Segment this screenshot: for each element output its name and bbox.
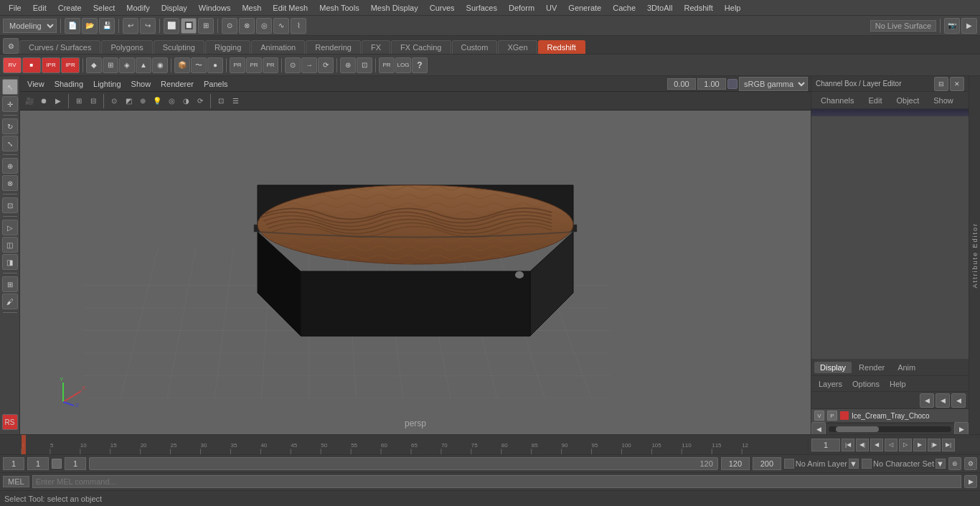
vp-grid-icon[interactable]: ⊞ bbox=[72, 95, 85, 108]
soft-sel-btn[interactable]: ◎ bbox=[256, 18, 272, 34]
vp-manip-icon[interactable]: ⊡ bbox=[215, 95, 227, 108]
dp-render[interactable]: Render bbox=[853, 362, 890, 373]
rs-shape1[interactable]: ◆ bbox=[86, 57, 102, 73]
select-obj-btn[interactable]: 🔲 bbox=[181, 18, 197, 34]
lasso-btn[interactable]: ⊙ bbox=[222, 18, 237, 34]
rs-out1[interactable]: ⊛ bbox=[340, 57, 356, 73]
vp-play-icon[interactable]: ▶ bbox=[52, 95, 65, 108]
current-frame-input[interactable] bbox=[811, 439, 840, 451]
3d-viewport[interactable]: X Y Z persp bbox=[20, 111, 811, 434]
move-tool-btn[interactable]: ✛ bbox=[2, 96, 18, 112]
render-btn[interactable]: ▷ bbox=[2, 220, 18, 235]
char-set-expand[interactable]: ▼ bbox=[936, 459, 946, 469]
ly-options[interactable]: Options bbox=[848, 379, 884, 389]
attribute-editor-tab[interactable]: Attribute Editor bbox=[969, 76, 980, 434]
rs-pr1[interactable]: PR bbox=[230, 57, 245, 73]
vp-wire-icon[interactable]: ⊟ bbox=[87, 95, 100, 108]
key-settings-btn[interactable]: ⚙ bbox=[964, 457, 977, 470]
auto-key-btn[interactable]: ⊚ bbox=[948, 457, 961, 470]
vp-aa-icon[interactable]: ⟳ bbox=[194, 95, 207, 108]
scroll-right-btn[interactable]: ▶ bbox=[954, 422, 969, 435]
select-tool-btn[interactable]: ↖ bbox=[2, 79, 18, 95]
vp-camera-icon[interactable]: 🎥 bbox=[23, 95, 36, 108]
menu-edit-mesh[interactable]: Edit Mesh bbox=[267, 2, 314, 14]
snap-btn[interactable]: ⊡ bbox=[2, 197, 18, 213]
vp-sel-icon[interactable]: ⊙ bbox=[108, 95, 121, 108]
menu-modify[interactable]: Modify bbox=[121, 2, 155, 14]
menu-mesh-display[interactable]: Mesh Display bbox=[365, 2, 424, 14]
layer-vis-btn[interactable]: V bbox=[814, 411, 824, 421]
play-fwd-btn[interactable]: ▷ bbox=[899, 439, 912, 451]
anim-start-input[interactable] bbox=[3, 457, 24, 470]
layer-playback-btn[interactable]: P bbox=[827, 411, 837, 421]
rs-circle[interactable]: ● bbox=[207, 57, 223, 73]
save-scene-btn[interactable]: 💾 bbox=[99, 18, 115, 34]
vp-light-icon[interactable]: 💡 bbox=[151, 95, 164, 108]
tab-xgen[interactable]: XGen bbox=[498, 40, 537, 54]
rs-pr2[interactable]: PR bbox=[246, 57, 262, 73]
layer-back-btn2[interactable]: ◀ bbox=[936, 393, 950, 408]
max-range-input[interactable] bbox=[753, 457, 781, 470]
frame-start-input[interactable] bbox=[27, 457, 49, 470]
dp-display[interactable]: Display bbox=[814, 362, 852, 373]
menu-redshift[interactable]: Redshift bbox=[678, 2, 718, 14]
menu-curves[interactable]: Curves bbox=[424, 2, 461, 14]
layer-back-btn3[interactable]: ◀ bbox=[951, 393, 966, 408]
frame-sub-input[interactable] bbox=[65, 457, 86, 470]
vp-panels[interactable]: Panels bbox=[199, 78, 232, 90]
vp-lighting[interactable]: Lighting bbox=[89, 78, 126, 90]
menu-generate[interactable]: Generate bbox=[562, 2, 607, 14]
layer-back-btn1[interactable]: ◀ bbox=[920, 393, 934, 408]
next-key-btn[interactable]: |▶ bbox=[928, 439, 941, 451]
playback-speed-btn[interactable] bbox=[52, 459, 62, 469]
tab-polygons[interactable]: Polygons bbox=[101, 40, 152, 54]
rs-btn1[interactable]: RV bbox=[3, 57, 22, 73]
tab-rigging[interactable]: Rigging bbox=[205, 40, 250, 54]
menu-select[interactable]: Select bbox=[88, 2, 121, 14]
vp-view[interactable]: View bbox=[23, 78, 49, 90]
menu-display[interactable]: Display bbox=[156, 2, 193, 14]
panel-expand-btn[interactable]: ✕ bbox=[950, 77, 964, 91]
last-tool-btn[interactable]: ⊕ bbox=[2, 158, 18, 174]
scroll-thumb[interactable] bbox=[836, 426, 879, 432]
render-view-btn[interactable]: ▶ bbox=[961, 18, 977, 34]
rs-ipr-btn[interactable]: IPR bbox=[42, 57, 60, 73]
rotate-tool-btn[interactable]: ↻ bbox=[2, 118, 18, 134]
lasso-tool-btn[interactable]: ⊗ bbox=[2, 175, 18, 191]
menu-help[interactable]: Help bbox=[719, 2, 747, 14]
menu-cache[interactable]: Cache bbox=[607, 2, 641, 14]
tab-rendering[interactable]: Rendering bbox=[306, 40, 361, 54]
vp-show[interactable]: Show bbox=[127, 78, 156, 90]
rs-cube[interactable]: 📦 bbox=[174, 57, 190, 73]
scroll-left-btn[interactable]: ◀ bbox=[811, 422, 826, 435]
undo-btn[interactable]: ↩ bbox=[123, 18, 138, 34]
menu-file[interactable]: File bbox=[3, 2, 27, 14]
new-scene-btn[interactable]: 📄 bbox=[65, 18, 80, 34]
rs-help[interactable]: ? bbox=[412, 57, 428, 73]
loop-sel-btn[interactable]: ⌇ bbox=[291, 18, 306, 34]
rs-log[interactable]: LOG bbox=[395, 57, 411, 73]
tab-edit[interactable]: Edit bbox=[862, 94, 888, 107]
rs-out2[interactable]: ⊡ bbox=[357, 57, 372, 73]
menu-mesh-tools[interactable]: Mesh Tools bbox=[314, 2, 364, 14]
menu-3dtoall[interactable]: 3DtoAll bbox=[641, 2, 678, 14]
tab-sculpting[interactable]: Sculpting bbox=[154, 40, 204, 54]
vp-uv-icon[interactable]: ⊕ bbox=[136, 95, 149, 108]
rs-btn2[interactable]: ■ bbox=[22, 57, 41, 73]
prev-frame-btn[interactable]: ◀ bbox=[870, 439, 883, 451]
paint-btn[interactable]: 🖌 bbox=[2, 294, 18, 309]
command-input[interactable] bbox=[32, 475, 961, 488]
tab-animation[interactable]: Animation bbox=[251, 40, 305, 54]
dp-anim[interactable]: Anim bbox=[892, 362, 921, 373]
rs-shape4[interactable]: ▲ bbox=[136, 57, 151, 73]
color-space-select[interactable]: sRGB gamma bbox=[739, 77, 808, 91]
rs-shape2[interactable]: ⊞ bbox=[103, 57, 118, 73]
menu-uv[interactable]: UV bbox=[540, 2, 562, 14]
panel-scrollbar[interactable]: ◀ ▶ bbox=[811, 423, 969, 434]
panel-pin-btn[interactable]: ⊟ bbox=[934, 77, 948, 91]
rs-logo-btn[interactable]: RS bbox=[2, 414, 18, 430]
rs-pr3[interactable]: PR bbox=[263, 57, 278, 73]
scroll-track[interactable] bbox=[829, 426, 951, 432]
vp-rec-icon[interactable]: ⏺ bbox=[37, 95, 50, 108]
module-selector[interactable]: Modeling bbox=[3, 19, 57, 33]
